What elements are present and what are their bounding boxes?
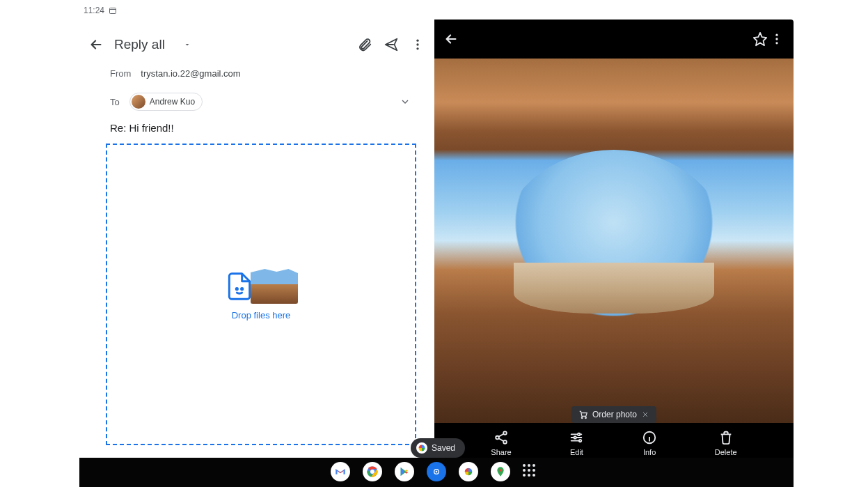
- svg-point-3: [416, 40, 418, 42]
- from-label: From: [110, 68, 131, 79]
- photos-header: [434, 20, 794, 59]
- avatar: [132, 95, 145, 109]
- subject-line[interactable]: Re: Hi friend!!: [79, 118, 434, 141]
- dock: [0, 456, 868, 487]
- dock-play-store[interactable]: [395, 462, 414, 481]
- gmail-compose-pane: Reply all From trystan.io.22@gmail.com T…: [79, 20, 434, 466]
- svg-point-12: [585, 417, 587, 419]
- photos-back-button[interactable]: [443, 31, 459, 47]
- status-right: [761, 6, 776, 14]
- info-button[interactable]: Info: [642, 430, 657, 456]
- status-time: 11:24: [84, 6, 104, 15]
- recipient-name: Andrew Kuo: [150, 97, 195, 107]
- share-label: Share: [491, 448, 511, 456]
- dock-maps[interactable]: [491, 462, 510, 481]
- cart-icon: [578, 410, 588, 419]
- svg-point-4: [416, 43, 418, 45]
- svg-point-17: [574, 436, 576, 438]
- svg-point-23: [435, 471, 437, 473]
- dock-photos[interactable]: [459, 462, 478, 481]
- svg-point-15: [503, 440, 507, 444]
- code-icon: [761, 6, 769, 14]
- delete-label: Delete: [715, 448, 737, 456]
- svg-point-18: [579, 440, 581, 442]
- svg-point-11: [581, 417, 583, 419]
- svg-rect-0: [110, 8, 116, 14]
- expand-recipients-button[interactable]: [397, 93, 413, 110]
- svg-point-7: [242, 288, 243, 290]
- close-icon[interactable]: [641, 410, 649, 419]
- dragged-photo-thumbnail: [251, 269, 298, 304]
- favorite-button[interactable]: [752, 31, 768, 47]
- svg-point-6: [236, 288, 237, 290]
- photo-horizon: [514, 263, 715, 314]
- delete-button[interactable]: Delete: [715, 430, 737, 456]
- edit-button[interactable]: Edit: [569, 430, 584, 456]
- attach-button[interactable]: [356, 36, 373, 53]
- svg-point-13: [503, 431, 507, 435]
- dock-camera[interactable]: [427, 462, 446, 481]
- photos-viewer-pane: Order photo Share Edit Info Delete: [434, 20, 794, 466]
- svg-point-14: [496, 436, 499, 440]
- battery-icon: [771, 6, 776, 14]
- order-photo-label: Order photo: [592, 410, 637, 419]
- svg-rect-1: [772, 8, 774, 12]
- gmail-header: Reply all: [79, 20, 434, 61]
- edit-label: Edit: [570, 448, 583, 456]
- file-icon: [224, 268, 255, 304]
- drop-artwork: [224, 268, 298, 304]
- compose-title: Reply all: [114, 37, 165, 52]
- svg-rect-2: [773, 7, 773, 8]
- share-button[interactable]: Share: [491, 430, 511, 456]
- google-photos-icon: [416, 442, 427, 454]
- svg-point-5: [416, 47, 418, 49]
- back-button[interactable]: [88, 36, 104, 53]
- send-button[interactable]: [383, 36, 400, 53]
- calendar-icon: [109, 6, 117, 15]
- dock-all-apps[interactable]: [523, 464, 538, 479]
- to-row[interactable]: To Andrew Kuo: [79, 86, 434, 118]
- photos-more-button[interactable]: [768, 31, 785, 47]
- dock-chrome[interactable]: [363, 462, 382, 481]
- svg-point-10: [775, 42, 778, 44]
- recipient-chip[interactable]: Andrew Kuo: [129, 93, 203, 111]
- from-value: trystan.io.22@gmail.com: [141, 68, 240, 79]
- saved-toast: Saved: [411, 438, 465, 458]
- drop-zone[interactable]: Drop files here: [106, 144, 416, 445]
- svg-point-9: [775, 38, 778, 40]
- svg-point-24: [499, 469, 501, 471]
- saved-label: Saved: [432, 443, 455, 453]
- order-photo-chip[interactable]: Order photo: [571, 406, 656, 423]
- from-row: From trystan.io.22@gmail.com: [79, 61, 434, 86]
- drop-text: Drop files here: [232, 310, 291, 320]
- svg-point-16: [578, 433, 580, 435]
- svg-point-8: [775, 34, 778, 36]
- info-label: Info: [643, 448, 656, 456]
- dock-gmail[interactable]: [331, 462, 350, 481]
- reply-mode-dropdown[interactable]: [179, 36, 196, 53]
- to-label: To: [110, 97, 120, 107]
- photo-canvas[interactable]: [434, 59, 794, 423]
- status-bar: 11:24: [84, 6, 117, 15]
- more-button[interactable]: [409, 36, 426, 53]
